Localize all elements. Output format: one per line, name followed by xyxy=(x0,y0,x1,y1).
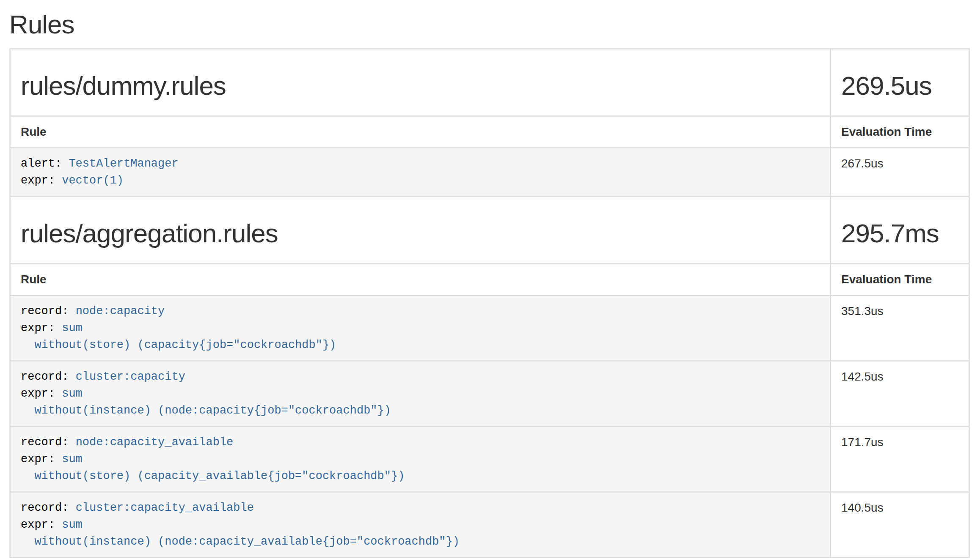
rule-link[interactable]: node:capacity xyxy=(76,305,165,318)
rule-link[interactable]: without(store) (capacity{job="cockroachd… xyxy=(21,339,336,351)
rule-code-label: record: xyxy=(21,436,76,449)
rules-table: rules/dummy.rules 269.5us Rule Evaluatio… xyxy=(9,48,970,558)
rule-code-label: expr: xyxy=(21,174,62,187)
rule-code-line: expr: sum xyxy=(21,451,820,468)
group-heading-row: rules/aggregation.rules 295.7ms xyxy=(10,197,969,264)
rules-page: Rules rules/dummy.rules 269.5us Rule Eva… xyxy=(0,8,980,558)
rule-code-label: record: xyxy=(21,305,76,318)
rule-evaluation-time: 351.3us xyxy=(831,296,969,361)
rule-row: record: cluster:capacityexpr: sum withou… xyxy=(10,361,969,427)
rule-link[interactable]: node:capacity_available xyxy=(76,436,234,449)
rule-evaluation-time: 171.7us xyxy=(831,427,969,492)
rule-code-label: record: xyxy=(21,501,76,514)
page-title: Rules xyxy=(9,8,970,40)
rule-code-label: alert: xyxy=(21,157,69,170)
rule-link[interactable]: sum xyxy=(62,518,83,531)
rule-code-label: expr: xyxy=(21,387,62,400)
rule-cell: record: cluster:capacity_availableexpr: … xyxy=(10,492,831,558)
rule-code-line: alert: TestAlertManager xyxy=(21,155,820,172)
rule-code-line: record: cluster:capacity_available xyxy=(21,499,820,516)
rule-cell: record: cluster:capacityexpr: sum withou… xyxy=(10,361,831,427)
rule-code-label: record: xyxy=(21,370,76,383)
rule-link[interactable]: sum xyxy=(62,387,83,400)
rule-link[interactable]: TestAlertManager xyxy=(69,157,178,170)
rule-column-header: Rule xyxy=(10,264,831,296)
rule-group-file: rules/dummy.rules xyxy=(21,71,820,100)
rule-code-line: expr: sum xyxy=(21,320,820,337)
rule-code-line: record: node:capacity xyxy=(21,303,820,320)
rule-column-header: Rule xyxy=(10,116,831,148)
rule-code-label: expr: xyxy=(21,322,62,334)
rule-code-line: expr: sum xyxy=(21,385,820,402)
rule-code-line: without(instance) (node:capacity{job="co… xyxy=(21,402,820,419)
rule-cell: record: node:capacity_availableexpr: sum… xyxy=(10,427,831,492)
rule-row: record: cluster:capacity_availableexpr: … xyxy=(10,492,969,558)
rule-code-label: expr: xyxy=(21,518,62,531)
rule-link[interactable]: vector(1) xyxy=(62,174,124,187)
column-header-row: Rule Evaluation Time xyxy=(10,264,969,296)
rule-code-line: without(store) (capacity{job="cockroachd… xyxy=(21,337,820,353)
rule-code-line: without(store) (capacity_available{job="… xyxy=(21,468,820,485)
rule-link[interactable]: without(store) (capacity_available{job="… xyxy=(21,470,405,482)
rule-group-evaluation-time: 295.7ms xyxy=(841,219,958,248)
rule-code-line: expr: vector(1) xyxy=(21,172,820,189)
rule-link[interactable]: sum xyxy=(62,322,83,334)
rule-cell: record: node:capacityexpr: sum without(s… xyxy=(10,296,831,361)
group-heading-row: rules/dummy.rules 269.5us xyxy=(10,49,969,116)
evaluation-time-column-header: Evaluation Time xyxy=(831,264,969,296)
rules-table-body: rules/dummy.rules 269.5us Rule Evaluatio… xyxy=(10,49,969,558)
rule-cell: alert: TestAlertManagerexpr: vector(1) xyxy=(10,148,831,197)
rule-code-line: expr: sum xyxy=(21,516,820,533)
rule-row: record: node:capacity_availableexpr: sum… xyxy=(10,427,969,492)
rule-row: record: node:capacityexpr: sum without(s… xyxy=(10,296,969,361)
rule-code-line: record: cluster:capacity xyxy=(21,368,820,385)
rule-group-evaluation-time: 269.5us xyxy=(841,71,958,100)
rule-link[interactable]: cluster:capacity xyxy=(76,370,185,383)
evaluation-time-column-header: Evaluation Time xyxy=(831,116,969,148)
column-header-row: Rule Evaluation Time xyxy=(10,116,969,148)
rule-code-label: expr: xyxy=(21,453,62,466)
rule-evaluation-time: 140.5us xyxy=(831,492,969,558)
rule-evaluation-time: 142.5us xyxy=(831,361,969,427)
rule-row: alert: TestAlertManagerexpr: vector(1) 2… xyxy=(10,148,969,197)
rule-evaluation-time: 267.5us xyxy=(831,148,969,197)
rule-link[interactable]: without(instance) (node:capacity{job="co… xyxy=(21,404,391,417)
rule-code-line: record: node:capacity_available xyxy=(21,434,820,451)
rule-link[interactable]: cluster:capacity_available xyxy=(76,501,254,514)
rule-link[interactable]: sum xyxy=(62,453,83,466)
rule-group-file: rules/aggregation.rules xyxy=(21,219,820,248)
rule-link[interactable]: without(instance) (node:capacity_availab… xyxy=(21,535,460,548)
rule-code-line: without(instance) (node:capacity_availab… xyxy=(21,533,820,550)
